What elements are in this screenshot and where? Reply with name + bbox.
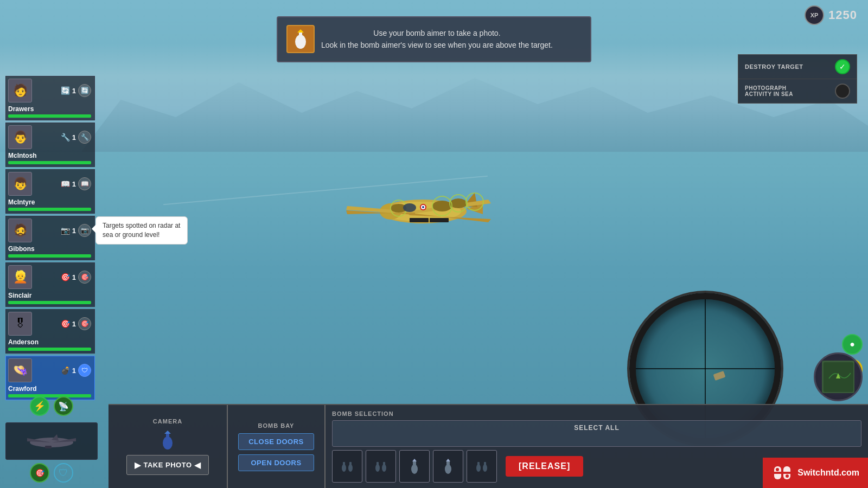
- crew-avatar-mcintosh: 👨: [8, 125, 32, 149]
- arrow-left-icon: ▶: [135, 460, 141, 470]
- xp-label: XP: [810, 12, 819, 18]
- objective-destroy-status: ✓: [835, 59, 850, 74]
- instruction-line2: Look in the bomb aimer's view to see whe…: [321, 39, 553, 51]
- instruction-line1: Use your bomb aimer to take a photo.: [321, 27, 553, 39]
- crew-avatar-sinclair: 👱: [8, 265, 32, 289]
- svg-rect-20: [430, 218, 449, 222]
- svg-rect-29: [45, 446, 52, 448]
- objective-destroy-label: DESTROY TARGET: [745, 63, 803, 70]
- crew-anderson[interactable]: 🎖 🎯 1 🎯 Anderson: [5, 309, 95, 354]
- svg-rect-48: [477, 462, 480, 466]
- bomb-slot-5[interactable]: [467, 450, 497, 483]
- status-icon-lightning[interactable]: ⚡: [30, 396, 49, 416]
- open-doors-button[interactable]: OPEN DOORS: [238, 454, 314, 471]
- bomb-bay-label: BOMB BAY: [258, 422, 295, 429]
- right-btn-green[interactable]: ●: [842, 334, 863, 355]
- status-icon-shield[interactable]: 🛡: [54, 463, 73, 483]
- crew-avatar-mcintyre: 👦: [8, 172, 32, 196]
- select-all-button[interactable]: SELECT ALL: [332, 420, 861, 447]
- status-icon-radar[interactable]: 📡: [54, 396, 73, 416]
- mini-map-display: [822, 361, 854, 393]
- crew-mcintosh[interactable]: 👨 🔧 1 🔧 McIntosh: [5, 123, 95, 167]
- svg-point-57: [776, 468, 779, 471]
- objectives-panel: DESTROY TARGET ✓ PHOTOGRAPHACTIVITY IN S…: [738, 54, 857, 104]
- xp-circle: XP: [805, 5, 824, 25]
- svg-marker-43: [412, 459, 417, 461]
- bomb-slot-2[interactable]: [366, 450, 396, 483]
- take-photo-label: TAKE PHOTO: [143, 461, 192, 469]
- crew-panel: 🧑 🔄 1 🔄 Drawers 👨 🔧 1 🔧 McIntosh: [5, 76, 95, 400]
- take-photo-button[interactable]: ▶ TAKE PHOTO ◀: [126, 455, 208, 475]
- scope-target-ship: [713, 371, 725, 381]
- crew-avatar-gibbons: 🧔: [8, 219, 32, 242]
- objective-destroy-target: DESTROY TARGET ✓: [738, 55, 857, 79]
- camera-section: CAMERA ▶ TAKE PHOTO ◀: [108, 405, 228, 488]
- svg-marker-32: [164, 431, 171, 434]
- svg-marker-28: [52, 434, 59, 441]
- crew-crawford[interactable]: 👒 💣 1 🛡 Crawford: [5, 356, 95, 400]
- watermark: Switchntd.com: [763, 458, 868, 488]
- crew-health-mcintosh: [8, 161, 91, 164]
- crew-health-gibbons: [8, 254, 91, 258]
- svg-marker-46: [446, 459, 450, 461]
- bomb-selection-label: BOMB SELECTION: [332, 410, 861, 417]
- crew-sinclair[interactable]: 👱 🎯 1 🎯 Sinclair: [5, 262, 95, 307]
- xp-value: 1250: [828, 8, 857, 22]
- close-doors-button[interactable]: CLOSE DOORS: [238, 433, 314, 450]
- crew-avatar-drawers: 🧑: [8, 79, 32, 102]
- release-button[interactable]: [RELEASE]: [506, 456, 583, 477]
- bottom-ui-bar: CAMERA ▶ TAKE PHOTO ◀ BOMB BAY CLOSE DOO…: [108, 404, 868, 488]
- crew-avatar-anderson: 🎖: [8, 312, 32, 336]
- crew-health-drawers: [8, 114, 91, 118]
- watermark-text: Switchntd.com: [797, 468, 859, 478]
- objective-photograph-label: PHOTOGRAPHACTIVITY IN SEA: [745, 85, 793, 97]
- bomb-slot-3[interactable]: [399, 450, 430, 483]
- objective-photograph: PHOTOGRAPHACTIVITY IN SEA: [738, 79, 857, 103]
- crew-avatar-crawford: 👒: [8, 358, 32, 382]
- svg-rect-40: [383, 462, 385, 466]
- crew-mcintyre[interactable]: 👦 📖 1 📖 McIntyre: [5, 169, 95, 214]
- svg-point-12: [432, 201, 452, 211]
- aircraft-silhouette: [5, 422, 98, 460]
- svg-point-24: [422, 206, 424, 208]
- instruction-text: Use your bomb aimer to take a photo. Loo…: [321, 27, 553, 52]
- crew-health-anderson: [8, 348, 91, 351]
- mini-map: [814, 352, 863, 401]
- camera-top: [160, 429, 175, 451]
- svg-rect-36: [349, 462, 352, 466]
- bomb-icon: [286, 25, 315, 53]
- svg-rect-50: [484, 462, 486, 466]
- crew-health-mcintyre: [8, 208, 91, 211]
- bomb-slot-1[interactable]: [332, 450, 362, 483]
- svg-rect-34: [343, 462, 345, 466]
- bomb-bay-section: BOMB BAY CLOSE DOORS OPEN DOORS: [228, 405, 326, 488]
- camera-label: CAMERA: [153, 418, 182, 425]
- crew-health-sinclair: [8, 301, 91, 304]
- crew-drawers[interactable]: 🧑 🔄 1 🔄 Drawers: [5, 76, 95, 120]
- bomb-slot-group: [332, 450, 497, 483]
- aircraft: [315, 163, 532, 260]
- svg-rect-19: [410, 218, 429, 222]
- status-icon-target[interactable]: 🎯: [30, 463, 49, 483]
- bottom-left-status: ⚡ 📡 🎯 🛡: [5, 396, 98, 483]
- svg-rect-56: [774, 472, 790, 474]
- svg-point-58: [786, 474, 789, 478]
- bomb-slot-4[interactable]: [433, 450, 463, 483]
- gibbons-tooltip: Targets spotted on radar at sea or groun…: [95, 216, 188, 245]
- svg-rect-38: [376, 462, 379, 466]
- instruction-box: Use your bomb aimer to take a photo. Loo…: [277, 16, 591, 62]
- svg-point-21: [403, 203, 416, 212]
- xp-display: XP 1250: [805, 5, 857, 25]
- arrow-right-icon: ◀: [194, 460, 201, 470]
- objective-photograph-status: [835, 84, 850, 99]
- crew-gibbons[interactable]: 🧔 📷 1 📷 Gibbons Targets spotted on radar…: [5, 216, 95, 260]
- switch-logo-icon: [771, 462, 793, 484]
- svg-marker-2: [297, 29, 304, 33]
